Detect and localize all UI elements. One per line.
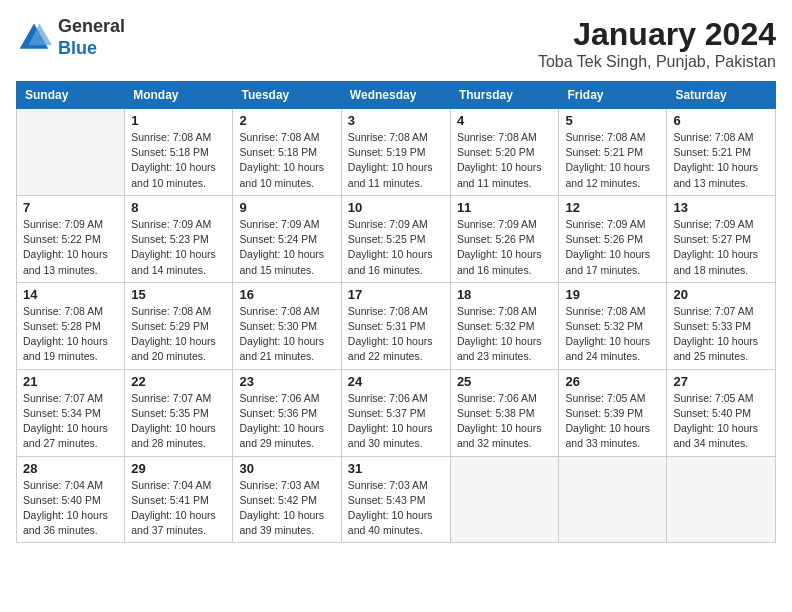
calendar-cell: 21Sunrise: 7:07 AM Sunset: 5:34 PM Dayli…	[17, 369, 125, 456]
week-row-4: 21Sunrise: 7:07 AM Sunset: 5:34 PM Dayli…	[17, 369, 776, 456]
day-number: 4	[457, 113, 553, 128]
calendar-cell	[450, 456, 559, 543]
day-number: 26	[565, 374, 660, 389]
calendar-cell	[559, 456, 667, 543]
week-row-5: 28Sunrise: 7:04 AM Sunset: 5:40 PM Dayli…	[17, 456, 776, 543]
day-number: 1	[131, 113, 226, 128]
calendar-cell: 9Sunrise: 7:09 AM Sunset: 5:24 PM Daylig…	[233, 195, 341, 282]
day-number: 27	[673, 374, 769, 389]
calendar-table: SundayMondayTuesdayWednesdayThursdayFrid…	[16, 81, 776, 543]
calendar-cell: 17Sunrise: 7:08 AM Sunset: 5:31 PM Dayli…	[341, 282, 450, 369]
calendar-cell: 28Sunrise: 7:04 AM Sunset: 5:40 PM Dayli…	[17, 456, 125, 543]
logo-text: General Blue	[58, 16, 125, 59]
day-number: 7	[23, 200, 118, 215]
day-number: 20	[673, 287, 769, 302]
day-number: 16	[239, 287, 334, 302]
calendar-cell: 26Sunrise: 7:05 AM Sunset: 5:39 PM Dayli…	[559, 369, 667, 456]
calendar-cell: 1Sunrise: 7:08 AM Sunset: 5:18 PM Daylig…	[125, 109, 233, 196]
day-number: 13	[673, 200, 769, 215]
day-info: Sunrise: 7:08 AM Sunset: 5:32 PM Dayligh…	[565, 304, 660, 365]
day-number: 17	[348, 287, 444, 302]
logo: General Blue	[16, 16, 125, 59]
day-number: 25	[457, 374, 553, 389]
day-info: Sunrise: 7:04 AM Sunset: 5:40 PM Dayligh…	[23, 478, 118, 539]
week-row-2: 7Sunrise: 7:09 AM Sunset: 5:22 PM Daylig…	[17, 195, 776, 282]
week-row-1: 1Sunrise: 7:08 AM Sunset: 5:18 PM Daylig…	[17, 109, 776, 196]
day-number: 15	[131, 287, 226, 302]
day-info: Sunrise: 7:08 AM Sunset: 5:30 PM Dayligh…	[239, 304, 334, 365]
calendar-cell: 12Sunrise: 7:09 AM Sunset: 5:26 PM Dayli…	[559, 195, 667, 282]
day-info: Sunrise: 7:08 AM Sunset: 5:28 PM Dayligh…	[23, 304, 118, 365]
day-info: Sunrise: 7:09 AM Sunset: 5:27 PM Dayligh…	[673, 217, 769, 278]
weekday-header-tuesday: Tuesday	[233, 82, 341, 109]
calendar-cell: 16Sunrise: 7:08 AM Sunset: 5:30 PM Dayli…	[233, 282, 341, 369]
calendar-cell	[667, 456, 776, 543]
day-number: 28	[23, 461, 118, 476]
day-info: Sunrise: 7:09 AM Sunset: 5:25 PM Dayligh…	[348, 217, 444, 278]
logo-icon	[16, 20, 52, 56]
day-number: 5	[565, 113, 660, 128]
weekday-header-row: SundayMondayTuesdayWednesdayThursdayFrid…	[17, 82, 776, 109]
calendar-cell: 19Sunrise: 7:08 AM Sunset: 5:32 PM Dayli…	[559, 282, 667, 369]
calendar-cell	[17, 109, 125, 196]
weekday-header-monday: Monday	[125, 82, 233, 109]
calendar-cell: 7Sunrise: 7:09 AM Sunset: 5:22 PM Daylig…	[17, 195, 125, 282]
week-row-3: 14Sunrise: 7:08 AM Sunset: 5:28 PM Dayli…	[17, 282, 776, 369]
day-info: Sunrise: 7:03 AM Sunset: 5:43 PM Dayligh…	[348, 478, 444, 539]
calendar-cell: 23Sunrise: 7:06 AM Sunset: 5:36 PM Dayli…	[233, 369, 341, 456]
day-number: 21	[23, 374, 118, 389]
weekday-header-friday: Friday	[559, 82, 667, 109]
day-number: 3	[348, 113, 444, 128]
day-info: Sunrise: 7:09 AM Sunset: 5:23 PM Dayligh…	[131, 217, 226, 278]
day-info: Sunrise: 7:06 AM Sunset: 5:38 PM Dayligh…	[457, 391, 553, 452]
day-number: 24	[348, 374, 444, 389]
calendar-cell: 5Sunrise: 7:08 AM Sunset: 5:21 PM Daylig…	[559, 109, 667, 196]
day-info: Sunrise: 7:07 AM Sunset: 5:35 PM Dayligh…	[131, 391, 226, 452]
day-info: Sunrise: 7:07 AM Sunset: 5:33 PM Dayligh…	[673, 304, 769, 365]
logo-general: General	[58, 16, 125, 36]
day-number: 10	[348, 200, 444, 215]
calendar-cell: 18Sunrise: 7:08 AM Sunset: 5:32 PM Dayli…	[450, 282, 559, 369]
calendar-cell: 4Sunrise: 7:08 AM Sunset: 5:20 PM Daylig…	[450, 109, 559, 196]
day-info: Sunrise: 7:09 AM Sunset: 5:22 PM Dayligh…	[23, 217, 118, 278]
day-info: Sunrise: 7:08 AM Sunset: 5:18 PM Dayligh…	[131, 130, 226, 191]
day-info: Sunrise: 7:07 AM Sunset: 5:34 PM Dayligh…	[23, 391, 118, 452]
calendar-cell: 24Sunrise: 7:06 AM Sunset: 5:37 PM Dayli…	[341, 369, 450, 456]
day-info: Sunrise: 7:05 AM Sunset: 5:39 PM Dayligh…	[565, 391, 660, 452]
day-number: 2	[239, 113, 334, 128]
calendar-cell: 3Sunrise: 7:08 AM Sunset: 5:19 PM Daylig…	[341, 109, 450, 196]
calendar-cell: 13Sunrise: 7:09 AM Sunset: 5:27 PM Dayli…	[667, 195, 776, 282]
calendar-cell: 27Sunrise: 7:05 AM Sunset: 5:40 PM Dayli…	[667, 369, 776, 456]
day-info: Sunrise: 7:06 AM Sunset: 5:36 PM Dayligh…	[239, 391, 334, 452]
day-info: Sunrise: 7:04 AM Sunset: 5:41 PM Dayligh…	[131, 478, 226, 539]
calendar-cell: 20Sunrise: 7:07 AM Sunset: 5:33 PM Dayli…	[667, 282, 776, 369]
day-number: 31	[348, 461, 444, 476]
day-number: 22	[131, 374, 226, 389]
calendar-cell: 15Sunrise: 7:08 AM Sunset: 5:29 PM Dayli…	[125, 282, 233, 369]
day-number: 18	[457, 287, 553, 302]
logo-blue: Blue	[58, 38, 97, 58]
weekday-header-sunday: Sunday	[17, 82, 125, 109]
weekday-header-saturday: Saturday	[667, 82, 776, 109]
day-info: Sunrise: 7:08 AM Sunset: 5:32 PM Dayligh…	[457, 304, 553, 365]
day-info: Sunrise: 7:05 AM Sunset: 5:40 PM Dayligh…	[673, 391, 769, 452]
calendar-cell: 6Sunrise: 7:08 AM Sunset: 5:21 PM Daylig…	[667, 109, 776, 196]
day-info: Sunrise: 7:08 AM Sunset: 5:21 PM Dayligh…	[565, 130, 660, 191]
calendar-cell: 10Sunrise: 7:09 AM Sunset: 5:25 PM Dayli…	[341, 195, 450, 282]
calendar-cell: 11Sunrise: 7:09 AM Sunset: 5:26 PM Dayli…	[450, 195, 559, 282]
weekday-header-thursday: Thursday	[450, 82, 559, 109]
calendar-cell: 8Sunrise: 7:09 AM Sunset: 5:23 PM Daylig…	[125, 195, 233, 282]
title-block: January 2024 Toba Tek Singh, Punjab, Pak…	[538, 16, 776, 71]
day-info: Sunrise: 7:08 AM Sunset: 5:19 PM Dayligh…	[348, 130, 444, 191]
calendar-cell: 25Sunrise: 7:06 AM Sunset: 5:38 PM Dayli…	[450, 369, 559, 456]
day-info: Sunrise: 7:08 AM Sunset: 5:31 PM Dayligh…	[348, 304, 444, 365]
day-info: Sunrise: 7:08 AM Sunset: 5:29 PM Dayligh…	[131, 304, 226, 365]
weekday-header-wednesday: Wednesday	[341, 82, 450, 109]
day-info: Sunrise: 7:08 AM Sunset: 5:18 PM Dayligh…	[239, 130, 334, 191]
calendar-cell: 31Sunrise: 7:03 AM Sunset: 5:43 PM Dayli…	[341, 456, 450, 543]
calendar-cell: 2Sunrise: 7:08 AM Sunset: 5:18 PM Daylig…	[233, 109, 341, 196]
day-number: 9	[239, 200, 334, 215]
day-number: 14	[23, 287, 118, 302]
calendar-cell: 29Sunrise: 7:04 AM Sunset: 5:41 PM Dayli…	[125, 456, 233, 543]
page-header: General Blue January 2024 Toba Tek Singh…	[16, 16, 776, 71]
